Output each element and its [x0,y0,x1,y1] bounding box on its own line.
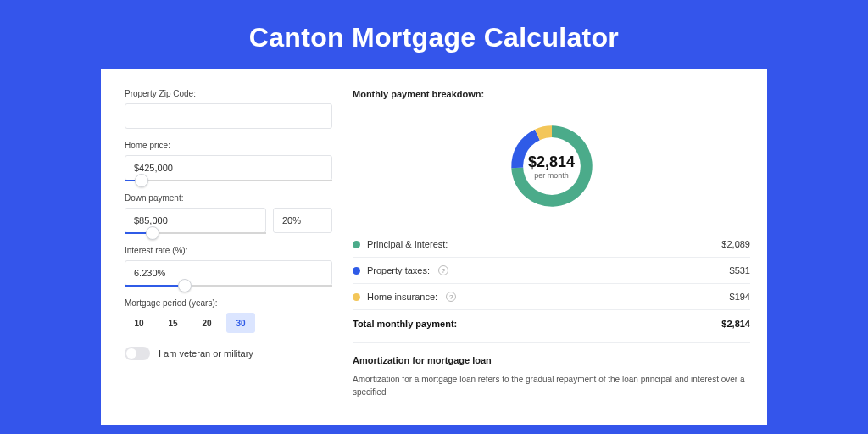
legend-value: $531 [730,265,750,275]
legend-value: $2,089 [721,239,750,249]
rate-field: Interest rate (%): [125,246,332,287]
donut-chart-wrap: $2,814 per month [353,108,750,231]
veteran-toggle[interactable] [125,347,150,360]
period-field: Mortgage period (years): 10152030 [125,298,332,333]
rate-slider[interactable] [125,285,332,287]
amortization-text: Amortization for a mortgage loan refers … [353,374,750,398]
period-option-10[interactable]: 10 [125,313,153,333]
legend: Principal & Interest:$2,089Property taxe… [353,231,750,309]
price-field: Home price: [125,141,332,181]
zip-field: Property Zip Code: [125,89,332,129]
rate-label: Interest rate (%): [125,246,332,255]
period-option-20[interactable]: 20 [192,313,221,333]
calculator-card: Property Zip Code: Home price: Down paym… [101,69,767,425]
legend-dot [353,293,360,301]
breakdown-title: Monthly payment breakdown: [353,89,750,99]
down-slider[interactable] [125,232,266,234]
down-label: Down payment: [125,193,332,203]
breakdown-panel: Monthly payment breakdown: $2,814 per mo… [332,89,750,425]
legend-dot [353,267,360,275]
price-label: Home price: [125,141,332,150]
down-field: Down payment: [125,193,332,234]
donut-chart: $2,814 per month [498,113,605,220]
info-icon[interactable]: ? [438,265,448,275]
legend-label: Principal & Interest: [367,239,448,249]
zip-label: Property Zip Code: [125,89,332,98]
zip-input[interactable] [125,103,332,129]
down-amount-input[interactable] [125,208,266,233]
legend-dot [353,241,360,248]
form-panel: Property Zip Code: Home price: Down paym… [125,89,332,425]
legend-row: Home insurance:?$194 [353,284,750,309]
rate-slider-fill [125,285,185,287]
price-slider[interactable] [125,180,332,181]
page-title: Canton Mortgage Calculator [0,0,868,69]
legend-value: $194 [730,292,750,302]
legend-row: Principal & Interest:$2,089 [353,231,750,258]
total-row: Total monthly payment: $2,814 [353,309,750,341]
period-label: Mortgage period (years): [125,298,332,308]
info-icon[interactable]: ? [446,292,456,302]
price-input[interactable] [125,155,332,181]
down-slider-thumb[interactable] [146,226,159,240]
rate-slider-thumb[interactable] [178,279,192,292]
veteran-row: I am veteran or military [125,347,332,360]
donut-sub: per month [534,171,569,180]
veteran-label: I am veteran or military [159,348,253,359]
rate-input[interactable] [125,260,332,286]
price-slider-thumb[interactable] [135,174,148,187]
legend-label: Property taxes: [367,265,430,275]
down-percent-input[interactable] [273,208,332,233]
total-value: $2,814 [721,319,750,329]
period-option-15[interactable]: 15 [159,313,187,333]
period-options: 10152030 [125,313,332,333]
donut-amount: $2,814 [528,153,575,171]
amortization-section: Amortization for mortgage loan Amortizat… [353,342,750,398]
period-option-30[interactable]: 30 [226,313,255,333]
total-label: Total monthly payment: [353,319,457,329]
legend-label: Home insurance: [367,292,437,302]
legend-row: Property taxes:?$531 [353,258,750,284]
amortization-title: Amortization for mortgage loan [353,355,750,365]
donut-center: $2,814 per month [498,113,605,220]
